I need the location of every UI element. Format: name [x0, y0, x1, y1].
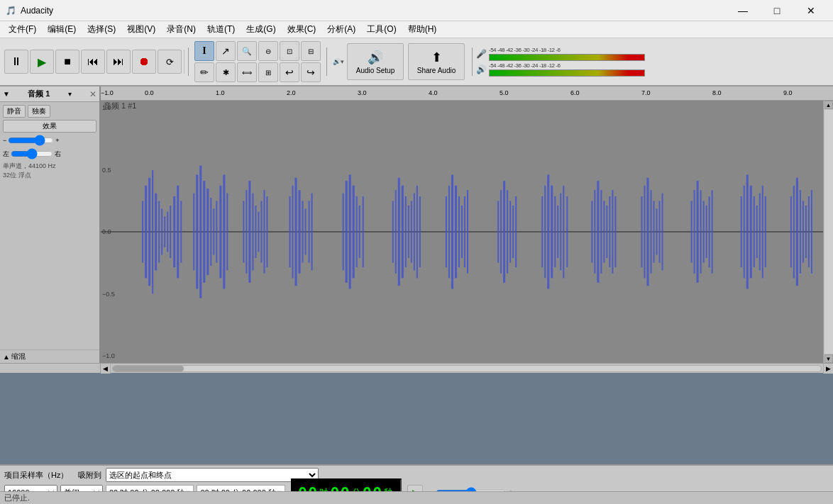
vol-plus: +	[55, 137, 59, 144]
vu-output-bar	[489, 69, 645, 77]
hscroll-right[interactable]: ▶	[823, 364, 833, 374]
loop-button[interactable]: ⟳	[158, 50, 182, 74]
record-button[interactable]: ⏺	[132, 50, 156, 74]
zoom-out-button[interactable]: ⊖	[258, 41, 278, 61]
menu-effects[interactable]: 效果(C)	[282, 22, 322, 37]
share-audio-icon: ⬆	[431, 50, 442, 65]
zoom-in-button[interactable]: 🔍	[237, 41, 257, 61]
svg-rect-49	[363, 196, 364, 267]
close-button[interactable]: ✕	[795, 0, 827, 21]
svg-rect-19	[206, 189, 209, 275]
effects-button[interactable]: 效果	[3, 120, 96, 133]
hscrollbar: ◀ ▶	[0, 363, 833, 373]
pan-slider[interactable]	[11, 148, 53, 159]
vscroll-down[interactable]: ▼	[824, 354, 833, 363]
select-tool-button[interactable]: I	[194, 41, 214, 61]
pause-button[interactable]: ⏸	[4, 50, 28, 74]
maximize-button[interactable]: □	[761, 0, 793, 21]
vu-bottom-scale: -54 -48 -42 -36 -30 -24 -18 -12 -6	[489, 62, 645, 69]
menu-help[interactable]: 帮助(H)	[402, 22, 443, 37]
track-up-icon[interactable]: ▲	[3, 353, 10, 361]
zoom-out2-button[interactable]: ⊟	[301, 41, 321, 61]
svg-rect-16	[196, 174, 198, 289]
svg-rect-104	[700, 190, 702, 274]
svg-rect-91	[612, 190, 613, 274]
menu-generate[interactable]: 生成(G)	[241, 22, 281, 37]
menu-track[interactable]: 轨道(T)	[202, 22, 241, 37]
menu-edit[interactable]: 编辑(E)	[42, 22, 82, 37]
menu-analyze[interactable]: 分析(A)	[321, 22, 361, 37]
statusbar: 已停止.	[0, 491, 833, 504]
waveform[interactable]	[101, 101, 833, 363]
svg-rect-20	[210, 198, 211, 266]
menu-select[interactable]: 选择(S)	[82, 22, 121, 37]
skip-fwd-button[interactable]: ⏭	[106, 50, 131, 74]
svg-rect-6	[155, 194, 157, 271]
svg-rect-75	[541, 196, 543, 267]
svg-rect-42	[311, 194, 313, 271]
svg-rect-110	[744, 186, 745, 279]
ruler-mark-2: 2.0	[287, 89, 296, 96]
svg-rect-47	[356, 196, 358, 267]
ruler-mark-9: 9.0	[783, 89, 793, 96]
svg-rect-58	[417, 186, 418, 279]
toolbar-separator-1	[188, 47, 189, 76]
undo-button[interactable]: ↩	[280, 62, 299, 82]
svg-rect-22	[216, 201, 217, 262]
draw-tool-button[interactable]: ✏	[194, 62, 214, 82]
svg-rect-33	[263, 190, 265, 274]
svg-rect-11	[170, 206, 171, 258]
svg-rect-125	[811, 190, 812, 274]
svg-rect-80	[557, 206, 558, 258]
play-button[interactable]: ▶	[30, 50, 54, 74]
svg-rect-41	[309, 201, 310, 262]
multi2-button[interactable]: ⊞	[258, 62, 278, 82]
ruler-mark-8: 8.0	[712, 89, 722, 96]
menu-tools[interactable]: 工具(O)	[361, 22, 402, 37]
svg-rect-5	[152, 170, 153, 293]
redo-button[interactable]: ↪	[301, 62, 321, 82]
stop-button[interactable]: ■	[55, 50, 79, 74]
svg-rect-25	[226, 194, 228, 271]
titlebar-left: 🎵 Audacity	[6, 6, 53, 16]
envelope-tool-button[interactable]: ↗	[216, 41, 236, 61]
menu-record[interactable]: 录音(N)	[161, 22, 202, 37]
svg-rect-108	[712, 190, 713, 274]
selection-type-select[interactable]: 选区的起点和终点	[106, 468, 319, 482]
volume-slider[interactable]	[8, 135, 54, 146]
hscroll-thumb[interactable]	[113, 366, 184, 371]
svg-rect-43	[343, 194, 344, 271]
track-collapse-icon[interactable]: ▼	[3, 90, 10, 98]
mute-button[interactable]: 静音	[3, 105, 26, 118]
svg-rect-81	[560, 194, 561, 271]
menu-view[interactable]: 视图(V)	[121, 22, 161, 37]
share-audio-button[interactable]: ⬆ Share Audio	[408, 43, 465, 80]
svg-rect-105	[703, 201, 705, 262]
solo-button[interactable]: 独奏	[28, 105, 50, 118]
titlebar-title: Audacity	[21, 6, 53, 16]
track-close-icon[interactable]: ✕	[89, 89, 96, 99]
zoom-fit-button[interactable]: ⊡	[280, 41, 299, 61]
minimize-button[interactable]: —	[727, 0, 759, 21]
svg-rect-14	[180, 201, 182, 262]
svg-rect-53	[402, 186, 404, 279]
vol-minus: −	[3, 137, 6, 144]
svg-rect-109	[741, 196, 742, 267]
svg-rect-90	[609, 196, 610, 267]
svg-rect-23	[219, 186, 221, 279]
vscroll-track[interactable]	[824, 110, 833, 354]
track-menu-icon[interactable]: ▾	[68, 90, 72, 98]
skip-back-button[interactable]: ⏮	[81, 50, 105, 74]
timeshift-button[interactable]: ⟺	[237, 62, 257, 82]
track-collapse-label[interactable]: 缩混	[11, 352, 26, 362]
audio-setup-button[interactable]: 🔊 Audio Setup	[347, 43, 404, 80]
svg-rect-36	[292, 186, 294, 279]
svg-rect-113	[754, 196, 755, 267]
vscroll-up[interactable]: ▲	[824, 101, 833, 109]
svg-rect-77	[547, 174, 549, 289]
vscrollbar[interactable]: ▲ ▼	[823, 101, 833, 363]
menu-file[interactable]: 文件(F)	[3, 22, 42, 37]
hscroll-left[interactable]: ◀	[101, 364, 111, 374]
hscroll-track[interactable]	[112, 365, 822, 372]
multi-tool-button[interactable]: ✱	[216, 62, 236, 82]
